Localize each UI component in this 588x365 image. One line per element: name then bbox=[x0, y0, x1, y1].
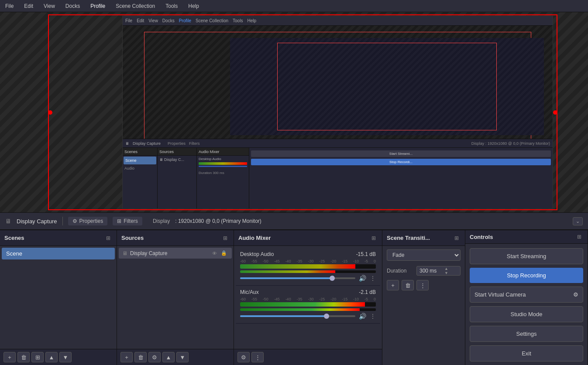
menu-file[interactable]: File bbox=[3, 2, 15, 10]
source-bar-icon: 🖥 bbox=[5, 218, 11, 225]
scenes-up-btn[interactable]: ▲ bbox=[45, 352, 58, 362]
source-item-display-capture[interactable]: 🖥 Display Capture 👁 🔒 bbox=[119, 248, 232, 259]
menu-profile[interactable]: Profile bbox=[89, 2, 107, 10]
mic-more-btn[interactable]: ⋮ bbox=[370, 313, 376, 320]
sources-list: 🖥 Display Capture 👁 🔒 bbox=[117, 246, 234, 349]
transition-add-btn[interactable]: + bbox=[387, 280, 399, 290]
bottom-panels: Scenes ⊞ Scene + 🗑 ⊞ ▲ ▼ Sources ⊞ 🖥 Di bbox=[0, 230, 588, 365]
menu-edit[interactable]: Edit bbox=[22, 2, 35, 10]
filters-button[interactable]: ⊞ Filters bbox=[113, 217, 142, 225]
mic-audio-name: Mic/Aux bbox=[240, 289, 259, 295]
display-value: : 1920x1080 @ 0,0 (Primary Monitor) bbox=[175, 218, 261, 224]
studio-mode-button[interactable]: Studio Mode bbox=[470, 306, 583, 322]
nested-obs-window: File Edit View Docks Profile Scene Colle… bbox=[122, 16, 553, 209]
mic-audio-slider[interactable] bbox=[240, 315, 355, 317]
mic-mute-btn[interactable]: 🔊 bbox=[359, 313, 366, 320]
transitions-panel-icon-btn[interactable]: ⊞ bbox=[453, 234, 461, 242]
resize-handle-right[interactable] bbox=[553, 110, 557, 115]
settings-button[interactable]: Settings bbox=[470, 326, 583, 342]
scenes-down-btn[interactable]: ▼ bbox=[59, 352, 72, 362]
sources-panel-icon-btn[interactable]: ⊞ bbox=[221, 234, 229, 242]
audio-mixer-icon-btn[interactable]: ⊞ bbox=[370, 234, 378, 242]
mic-slider-thumb[interactable] bbox=[324, 314, 329, 319]
scenes-panel-header: Scenes ⊞ bbox=[0, 230, 117, 246]
audio-track-desktop: Desktop Audio -15.1 dB -60-55-50-45-40-3… bbox=[236, 248, 380, 286]
source-bar-separator bbox=[62, 217, 63, 225]
duration-input[interactable] bbox=[417, 266, 443, 275]
stop-recording-button[interactable]: Stop Recording bbox=[470, 268, 583, 283]
sources-remove-btn[interactable]: 🗑 bbox=[134, 352, 147, 362]
audio-track-mic: Mic/Aux -2.1 dB -60-55-50-45-40-35-30-25… bbox=[236, 286, 380, 324]
desktop-vu-meter bbox=[240, 264, 376, 269]
duration-input-wrap: ▲ ▼ bbox=[416, 266, 461, 276]
sources-panel: Sources ⊞ 🖥 Display Capture 👁 🔒 + 🗑 ⚙ ▲ … bbox=[117, 230, 234, 365]
duration-up-btn[interactable]: ▲ bbox=[443, 266, 450, 271]
duration-down-btn[interactable]: ▼ bbox=[443, 271, 450, 275]
scenes-panel-icon-btn[interactable]: ⊞ bbox=[104, 234, 112, 242]
transition-more-btn[interactable]: ⋮ bbox=[416, 280, 429, 290]
scenes-filter-btn[interactable]: ⊞ bbox=[31, 352, 44, 362]
start-virtual-camera-button[interactable]: Start Virtual Camera ⚙ bbox=[470, 287, 583, 303]
transitions-panel-icons: ⊞ bbox=[453, 234, 461, 242]
source-visibility-btn[interactable]: 👁 bbox=[211, 250, 218, 256]
transition-remove-btn[interactable]: 🗑 bbox=[402, 280, 414, 290]
mic-audio-db: -2.1 dB bbox=[359, 289, 376, 295]
sources-footer: + 🗑 ⚙ ▲ ▼ bbox=[117, 349, 234, 365]
desktop-vu-bar bbox=[240, 264, 355, 269]
controls-panel-icon-btn[interactable]: ⊞ bbox=[575, 233, 583, 241]
audio-track-mic-header: Mic/Aux -2.1 dB bbox=[240, 289, 376, 295]
scenes-remove-btn[interactable]: 🗑 bbox=[17, 352, 30, 362]
controls-content: Start Streaming Stop Recording Start Vir… bbox=[465, 244, 588, 365]
sources-settings-btn[interactable]: ⚙ bbox=[148, 352, 161, 362]
vcam-label: Start Virtual Camera bbox=[475, 291, 526, 298]
exit-button[interactable]: Exit bbox=[470, 345, 583, 362]
scene-item-scene[interactable]: Scene bbox=[2, 248, 115, 259]
transitions-panel-header: Scene Transiti... ⊞ bbox=[382, 230, 465, 246]
scenes-add-btn[interactable]: + bbox=[3, 352, 16, 362]
transitions-footer: + 🗑 ⋮ bbox=[382, 277, 465, 293]
desktop-vu-bar-2 bbox=[240, 270, 335, 273]
desktop-slider-fill bbox=[240, 277, 332, 279]
display-dropdown[interactable]: ⌄ bbox=[573, 217, 583, 225]
source-lock-btn[interactable]: 🔒 bbox=[220, 250, 228, 256]
desktop-mute-btn[interactable]: 🔊 bbox=[359, 275, 366, 282]
properties-button[interactable]: ⚙ Properties bbox=[68, 217, 108, 225]
transition-select[interactable]: Cut Fade Swipe Slide Stinger Fade to Col… bbox=[387, 249, 461, 261]
display-capture-icon: 🖥 bbox=[122, 250, 127, 256]
sources-add-btn[interactable]: + bbox=[120, 352, 133, 362]
mic-vu-labels: -60-55-50-45-40-35-30-25-20-15-10-50 bbox=[240, 297, 376, 301]
menu-help[interactable]: Help bbox=[186, 2, 201, 10]
filter-icon: ⊞ bbox=[117, 218, 121, 224]
desktop-audio-name: Desktop Audio bbox=[240, 251, 274, 257]
desktop-audio-db: -15.1 dB bbox=[356, 251, 376, 257]
audio-mixer-footer: ⚙ ⋮ bbox=[234, 349, 382, 365]
menu-scene-collection[interactable]: Scene Collection bbox=[114, 2, 157, 10]
audio-mixer-panel: Audio Mixer ⊞ Desktop Audio -15.1 dB -60… bbox=[234, 230, 382, 365]
audio-more-footer-btn[interactable]: ⋮ bbox=[251, 352, 264, 362]
scenes-footer: + 🗑 ⊞ ▲ ▼ bbox=[0, 349, 117, 365]
menu-tools[interactable]: Tools bbox=[164, 2, 179, 10]
vcam-settings-icon[interactable]: ⚙ bbox=[573, 291, 578, 298]
audio-settings-btn[interactable]: ⚙ bbox=[237, 352, 250, 362]
start-streaming-button[interactable]: Start Streaming bbox=[470, 248, 583, 264]
desktop-slider-thumb[interactable] bbox=[330, 276, 335, 281]
controls-panel-title: Controls bbox=[470, 234, 493, 240]
menu-view[interactable]: View bbox=[42, 2, 57, 10]
sources-up-btn[interactable]: ▲ bbox=[162, 352, 175, 362]
scenes-panel: Scenes ⊞ Scene + 🗑 ⊞ ▲ ▼ bbox=[0, 230, 117, 365]
desktop-vu-labels: -60-55-50-45-40-35-30-25-20-15-10-50 bbox=[240, 259, 376, 263]
expand-button[interactable]: ⌄ bbox=[573, 217, 583, 225]
scenes-panel-title: Scenes bbox=[4, 235, 24, 241]
desktop-audio-controls: 🔊 ⋮ bbox=[240, 275, 376, 282]
audio-track-desktop-header: Desktop Audio -15.1 dB bbox=[240, 251, 376, 257]
desktop-vu-meter-2 bbox=[240, 270, 376, 273]
sources-down-btn[interactable]: ▼ bbox=[176, 352, 189, 362]
menu-docks[interactable]: Docks bbox=[64, 2, 82, 10]
mic-vu-bar bbox=[240, 302, 365, 307]
audio-mixer-header: Audio Mixer ⊞ bbox=[234, 230, 382, 246]
desktop-more-btn[interactable]: ⋮ bbox=[370, 275, 376, 282]
desktop-audio-slider[interactable] bbox=[240, 277, 355, 279]
resize-handle-left[interactable] bbox=[48, 110, 52, 115]
duration-label: Duration bbox=[387, 268, 413, 274]
scenes-list: Scene bbox=[0, 246, 117, 349]
